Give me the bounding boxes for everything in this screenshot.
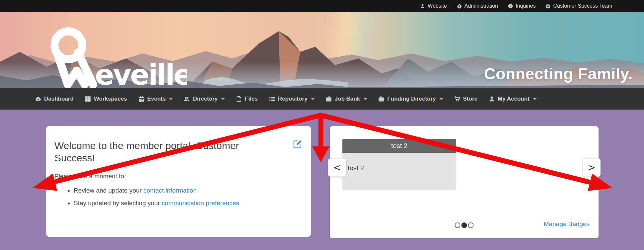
badge-body: test 2 xyxy=(342,153,456,190)
nav-item-label: Dashboard xyxy=(44,96,74,102)
dashboard-icon xyxy=(35,96,41,102)
nav-item-label: Funding Directory xyxy=(387,96,436,102)
nav-item-dashboard[interactable]: Dashboard xyxy=(35,96,74,102)
chevron-down-icon xyxy=(169,98,173,100)
carousel-dot[interactable] xyxy=(455,222,461,228)
nav-item-label: Workspaces xyxy=(94,96,127,102)
page-content: Welcome to the member portal, Customer S… xyxy=(0,110,644,250)
topbar-item-label: Inquiries xyxy=(516,3,536,9)
nav-item-repository[interactable]: Repository xyxy=(269,96,315,102)
topbar-item-administration[interactable]: Administration xyxy=(457,3,498,9)
topbar-item-label: Customer Success Team xyxy=(553,3,612,9)
nav-item-label: Events xyxy=(147,96,166,102)
banner-tagline: Connecting Family. xyxy=(484,65,633,83)
chevron-down-icon xyxy=(311,98,315,100)
topbar-item-label: Website xyxy=(428,3,447,9)
workspaces-grid-icon xyxy=(85,96,91,102)
edit-welcome-button[interactable] xyxy=(293,139,302,149)
gear-icon xyxy=(457,4,462,9)
gear-icon xyxy=(545,4,550,9)
hero-banner: eveille Connecting Family. xyxy=(0,12,644,88)
nav-item-label: Directory xyxy=(193,96,218,102)
welcome-checklist: Review and update your contact informati… xyxy=(54,186,302,208)
logo-text: eveille xyxy=(95,58,187,88)
people-icon xyxy=(184,96,190,102)
topbar-item-customer-success-team[interactable]: Customer Success Team xyxy=(545,3,612,9)
nav-item-label: Store xyxy=(463,96,477,102)
chevron-down-icon xyxy=(440,98,443,100)
nav-item-directory[interactable]: Directory xyxy=(184,96,225,102)
manage-badges-link[interactable]: Manage Badges xyxy=(544,220,590,228)
nav-item-events[interactable]: Events xyxy=(138,96,173,102)
reveille-logo: eveille xyxy=(42,27,187,88)
topbar-item-label: Administration xyxy=(465,3,498,9)
carousel-dot[interactable] xyxy=(462,222,467,228)
user-icon xyxy=(489,96,495,102)
carousel-next-button[interactable]: > xyxy=(583,158,601,177)
contact-information-link[interactable]: contact information xyxy=(143,187,197,194)
topbar-item-inquiries[interactable]: ? Inquiries xyxy=(508,3,536,9)
welcome-title: Welcome to the member portal, Customer S… xyxy=(54,139,268,164)
briefcase-icon xyxy=(326,96,332,102)
welcome-intro: Please take a moment to: xyxy=(54,173,302,180)
list-item: Stay updated by selecting your communica… xyxy=(74,199,302,208)
carousel-indicators xyxy=(455,222,474,228)
badge-panel: test 2 test 2 xyxy=(342,139,456,190)
chevron-down-icon xyxy=(221,98,225,100)
welcome-card: Welcome to the member portal, Customer S… xyxy=(46,126,311,237)
cart-icon xyxy=(454,96,460,102)
carousel-dot[interactable] xyxy=(468,222,474,228)
briefcase-icon xyxy=(378,96,384,102)
nav-item-label: Repository xyxy=(278,96,308,102)
topbar-item-website[interactable]: Website xyxy=(420,3,447,9)
nav-item-funding-directory[interactable]: Funding Directory xyxy=(378,96,443,102)
nav-item-store[interactable]: Store xyxy=(454,96,477,102)
user-icon xyxy=(420,4,425,9)
nav-item-files[interactable]: Files xyxy=(236,96,258,102)
badge-title: test 2 xyxy=(342,139,456,153)
chevron-down-icon xyxy=(533,98,537,100)
edit-pencil-square-icon xyxy=(293,139,302,149)
list-item: Review and update your contact informati… xyxy=(74,186,302,195)
svg-text:?: ? xyxy=(510,4,512,8)
file-icon xyxy=(236,96,242,102)
communication-preferences-link[interactable]: communication preferences xyxy=(162,200,239,207)
list-icon xyxy=(269,96,275,102)
badges-card: test 2 test 2 < > Manage Badges xyxy=(330,126,599,238)
bullet-text: Review and update your xyxy=(74,187,143,194)
main-nav: Dashboard Events Workspaces Events Direc… xyxy=(0,88,644,110)
nav-item-workspaces[interactable]: Events Workspaces xyxy=(85,96,127,102)
question-circle-icon: ? xyxy=(508,4,513,9)
chevron-down-icon xyxy=(364,98,367,100)
nav-item-label: My Account xyxy=(498,96,530,102)
nav-item-label: Files xyxy=(245,96,258,102)
nav-item-job-bank[interactable]: Job Bank xyxy=(326,96,367,102)
nav-item-label: Job Bank xyxy=(335,96,360,102)
bullet-text: Stay updated by selecting your xyxy=(74,200,162,207)
carousel-prev-button[interactable]: < xyxy=(328,158,346,177)
calendar-icon xyxy=(138,96,144,102)
utility-bar: Website Administration ? Inquiries Custo… xyxy=(0,0,644,12)
nav-item-my-account[interactable]: My Account xyxy=(489,96,537,102)
